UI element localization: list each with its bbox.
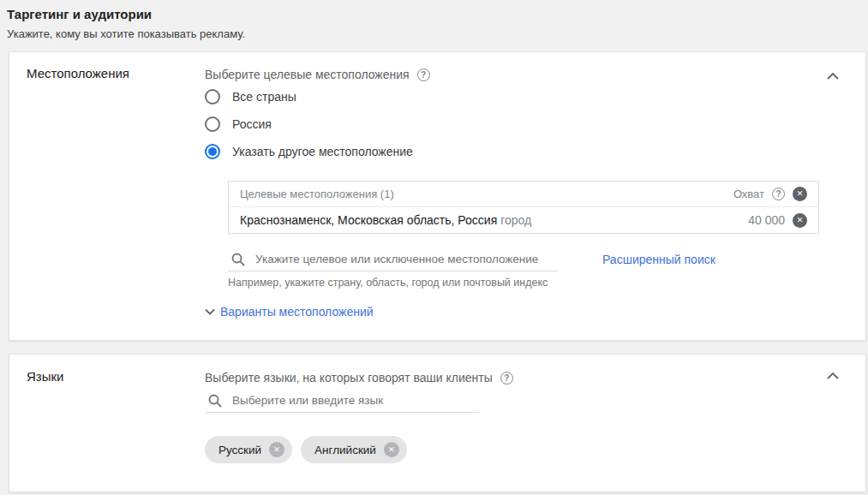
help-icon[interactable] <box>772 188 785 200</box>
target-locations-table: Целевые местоположения (1) Охват Красноз… <box>228 181 819 234</box>
location-search-row: Расширенный поиск <box>228 248 865 271</box>
language-chip-russian: Русский <box>205 436 292 463</box>
languages-card-content: Выберите языки, на которых говорят ваши … <box>205 355 865 492</box>
chip-label: Английский <box>314 444 376 456</box>
location-name-group: Краснознаменск, Московская область, Росс… <box>240 213 531 227</box>
language-search-row <box>205 389 865 413</box>
radio-label: Все страны <box>232 90 296 104</box>
languages-card-label: Языки <box>9 355 205 492</box>
location-reach-group: 40 000 <box>748 213 807 228</box>
radio-selected-icon[interactable] <box>205 144 220 159</box>
location-row: Краснознаменск, Московская область, Росс… <box>229 207 818 233</box>
location-search-field[interactable] <box>228 248 558 271</box>
language-chip-english: Английский <box>301 436 407 463</box>
page-title: Таргетинг и аудитории <box>7 7 868 21</box>
page-subtitle: Укажите, кому вы хотите показывать рекла… <box>7 27 868 40</box>
locations-card: Местоположения Выберите целевые местопол… <box>9 51 866 341</box>
radio-other-location[interactable]: Указать другое местоположение <box>205 138 865 165</box>
remove-all-locations-button[interactable] <box>793 187 807 201</box>
languages-card: Языки Выберите языки, на которых говорят… <box>9 354 866 492</box>
search-icon <box>208 394 222 408</box>
location-options-label: Варианты местоположений <box>220 305 374 319</box>
chevron-down-icon <box>205 308 215 315</box>
location-name: Краснознаменск, Московская область, Росс… <box>240 213 497 227</box>
chevron-up-icon <box>827 73 839 80</box>
radio-all-countries[interactable]: Все страны <box>205 83 865 110</box>
remove-language-button[interactable] <box>384 442 399 457</box>
languages-heading: Выберите языки, на которых говорят ваши … <box>205 371 493 385</box>
collapse-languages-button[interactable] <box>823 366 843 386</box>
language-chips-row: Русский Английский <box>205 436 865 463</box>
languages-heading-row: Выберите языки, на которых говорят ваши … <box>205 369 865 386</box>
remove-language-button[interactable] <box>269 442 284 457</box>
reach-label: Охват <box>733 188 764 200</box>
locations-heading: Выберите целевые местоположения <box>205 68 410 81</box>
chip-label: Русский <box>218 444 261 456</box>
locations-heading-row: Выберите целевые местоположения <box>205 66 865 83</box>
location-options-link[interactable]: Варианты местоположений <box>205 305 374 319</box>
radio-label: Россия <box>232 117 272 131</box>
language-search-input[interactable] <box>232 389 479 412</box>
radio-icon[interactable] <box>205 116 220 132</box>
collapse-locations-button[interactable] <box>823 66 843 86</box>
help-icon[interactable] <box>417 69 430 81</box>
target-locations-count-label: Целевые местоположения (1) <box>240 188 394 200</box>
location-search-hint: Например, укажите страну, область, город… <box>228 277 865 289</box>
chevron-up-icon <box>827 373 839 379</box>
radio-russia[interactable]: Россия <box>205 110 865 138</box>
page-header: Таргетинг и аудитории Укажите, кому вы х… <box>0 0 868 40</box>
location-reach-value: 40 000 <box>748 213 785 227</box>
remove-location-button[interactable] <box>793 213 807 228</box>
locations-card-label: Местоположения <box>9 52 205 340</box>
locations-card-content: Выберите целевые местоположения Все стра… <box>205 52 865 340</box>
target-locations-table-header: Целевые местоположения (1) Охват <box>229 182 818 207</box>
radio-icon[interactable] <box>205 89 220 104</box>
radio-label: Указать другое местоположение <box>232 145 413 158</box>
location-type: город <box>500 213 531 227</box>
advanced-search-link[interactable]: Расширенный поиск <box>602 253 715 266</box>
search-icon <box>231 253 245 266</box>
language-search-field[interactable] <box>205 389 479 413</box>
reach-header-group: Охват <box>733 187 807 201</box>
help-icon[interactable] <box>500 372 513 385</box>
location-search-input[interactable] <box>255 248 558 271</box>
